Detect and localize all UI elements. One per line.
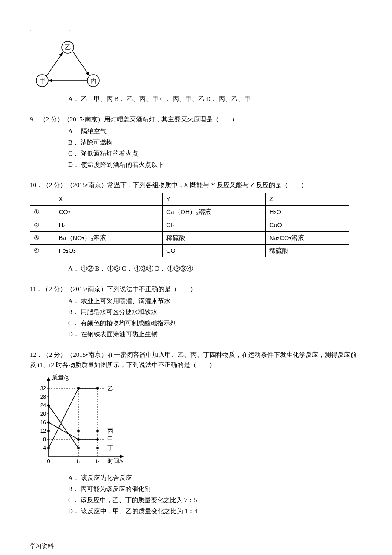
series-label-ding: 丁 [107,445,113,451]
cell-z: Na₂CO₃溶液 [265,231,349,244]
mass-time-chart: 质量/g 时间/s 32 28 24 20 16 12 8 4 [32,373,362,470]
xtick: t₂ [96,458,100,464]
th-z: Z [265,193,349,206]
cell-idx: ③ [30,231,55,244]
th-y: Y [163,193,266,206]
node-bing: 丙 [90,77,97,84]
q10-table: X Y Z ① CO₂ Ca（OH）₂溶液 H₂O ② H₂ Cl₂ CuO ③… [30,193,349,257]
cell-x: H₂ [55,219,162,231]
q12-stem: 12．（2 分）（2015•南京）在一密闭容器中加入甲、乙、丙、丁四种物质，在运… [30,350,362,370]
q11-opt-a: A． 农业上可采用喷灌、滴灌来节水 [68,296,362,306]
cell-idx: ① [30,206,55,219]
q11-opt-c: C． 有颜色的植物均可制成酸碱指示剂 [68,318,362,328]
svg-point-22 [47,447,50,449]
q11-opt-b: B． 用肥皂水可区分硬水和软水 [68,307,362,317]
q9-stem: 9．（2 分）（2015•南京）用灯帽盖灭酒精灯，其主要灭火原理是（ ） [30,114,362,124]
q11-stem: 11．（2 分）（2015•南京）下列说法中不正确的是（ ） [30,284,362,294]
series-label-bing: 丙 [107,428,113,434]
svg-point-28 [47,421,50,424]
footer-text: 学习资料 [30,542,362,551]
table-row: ③ Ba（NO₃）₂溶液 稀硫酸 Na₂CO₃溶液 [30,231,349,244]
cell-x: Ba（NO₃）₂溶液 [55,231,162,244]
q10-options: A． ①② B． ①③ C． ①③④ D． ①②③④ [30,263,362,274]
q12-opt-a: A． 该反应为化合反应 [68,473,362,483]
q9-opt-d: D． 使温度降到酒精的着火点以下 [68,159,362,170]
q9-opt-c: C． 降低酒精灯的着火点 [68,148,362,159]
node-yi: 乙 [65,44,71,51]
ytick: 20 [40,411,46,417]
q12-opt-c: C． 该反应中，乙、丁的质量变化之比为 7：5 [68,495,362,505]
th-x: X [55,193,162,206]
table-row: ① CO₂ Ca（OH）₂溶液 H₂O [30,206,349,219]
cell-x: Fe₂O₃ [55,244,162,257]
svg-line-3 [46,52,63,76]
xlabel: 时间/s [107,458,123,464]
svg-point-23 [77,387,80,390]
svg-point-33 [96,430,99,432]
svg-point-29 [77,438,80,441]
ylabel: 质量/g [52,374,69,381]
q9-opt-b: B． 清除可燃物 [68,137,362,147]
header-dots: . . . . [30,26,362,34]
svg-point-25 [47,404,50,407]
cell-y: Cl₂ [163,219,266,231]
node-jia: 甲 [39,77,46,84]
xtick: 0 [47,458,50,464]
ytick: 24 [40,402,46,408]
triangle-diagram: 乙 甲 丙 [32,38,362,92]
table-header-row: X Y Z [30,193,349,206]
q12-opt-d: D． 该反应中，甲、乙的质量变化之比为 1：4 [68,506,362,516]
question-8: 乙 甲 丙 A． 乙、甲、丙 B． 乙、丙、甲 C． 丙、甲、乙 D． 丙、乙、… [30,38,362,104]
cell-y: CO [163,244,266,257]
ytick: 16 [40,419,46,425]
ytick: 8 [43,436,46,442]
question-11: 11．（2 分）（2015•南京）下列说法中不正确的是（ ） A． 农业上可采用… [30,284,362,339]
svg-point-31 [47,430,50,432]
table-row: ④ Fe₂O₃ CO 稀硫酸 [30,244,349,257]
series-label-yi: 乙 [107,385,113,392]
q9-opt-a: A． 隔绝空气 [68,126,362,136]
cell-idx: ② [30,219,55,231]
svg-point-27 [96,447,99,449]
svg-point-24 [96,387,99,390]
ytick: 28 [40,394,46,400]
cell-y: Ca（OH）₂溶液 [163,206,266,219]
cell-x: CO₂ [55,206,162,219]
q11-opt-d: D． 在钢铁表面涂油可防止生锈 [68,329,362,339]
ytick: 4 [43,445,46,451]
q10-stem: 10．（2 分）（2015•南京）常温下，下列各组物质中，X 既能与 Y 反应又… [30,180,362,190]
th-blank [30,193,55,206]
q12-opt-b: B． 丙可能为该反应的催化剂 [68,484,362,494]
svg-point-30 [96,438,99,441]
question-12: 12．（2 分）（2015•南京）在一密闭容器中加入甲、乙、丙、丁四种物质，在运… [30,350,362,516]
cell-z: 稀硫酸 [265,244,349,257]
ytick: 32 [40,385,46,391]
question-10: 10．（2 分）（2015•南京）常温下，下列各组物质中，X 既能与 Y 反应又… [30,180,362,274]
cell-y: 稀硫酸 [163,231,266,244]
table-row: ② H₂ Cl₂ CuO [30,219,349,231]
svg-line-4 [73,52,89,75]
cell-z: CuO [265,219,349,231]
svg-point-32 [77,430,80,432]
svg-point-26 [77,447,80,449]
ytick: 12 [40,428,46,434]
cell-idx: ④ [30,244,55,257]
q8-options: A． 乙、甲、丙 B． 乙、丙、甲 C． 丙、甲、乙 D． 丙、乙、甲 [30,94,362,104]
cell-z: H₂O [265,206,349,219]
series-label-jia: 甲 [107,436,113,442]
xtick: t₁ [77,458,81,464]
question-9: 9．（2 分）（2015•南京）用灯帽盖灭酒精灯，其主要灭火原理是（ ） A． … [30,114,362,170]
